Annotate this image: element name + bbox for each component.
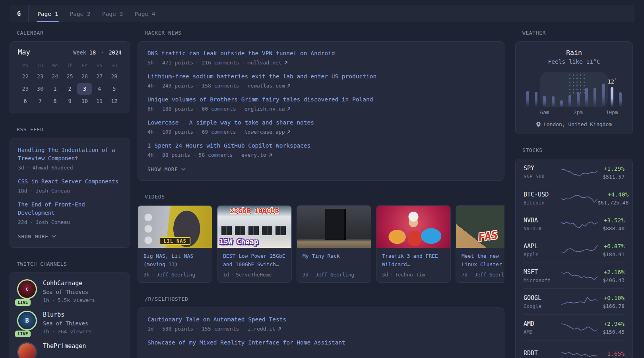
separator-dot: ·: [193, 60, 202, 66]
app-logo[interactable]: G: [10, 5, 29, 22]
reddit-card: Cautionary Tale on Automated Speed Tests…: [138, 307, 504, 358]
video-age: 3d: [382, 272, 388, 278]
stock-row[interactable]: NVDANVIDIA+3.52%$888.40: [524, 211, 625, 237]
reddit-title-link[interactable]: Showcase of my Mixed Reality Interface f…: [147, 339, 495, 347]
calendar-date-today: 3: [77, 83, 92, 95]
hackernews-heading: HACKER NEWS: [145, 30, 504, 36]
stock-row[interactable]: AMDAMD+2.94%$150.45: [524, 314, 625, 340]
post-source-link[interactable]: lowercase.app: [244, 129, 291, 135]
twitch-channel-row[interactable]: BLIVEBlurbsSea of Thieves1h·264 viewers: [17, 311, 122, 335]
external-link-icon: [287, 130, 291, 134]
tab-page-3[interactable]: Page 3: [102, 5, 123, 22]
video-title-link[interactable]: Traefik 3 and FREE Wildcard…: [382, 252, 445, 268]
weather-widget: WEATHER Rain Feels like 11°C 12° 6am2pm1…: [515, 30, 633, 134]
stock-symbol[interactable]: AMD: [524, 320, 560, 327]
post-source-link[interactable]: mullvad.net: [248, 60, 288, 66]
viewer-count: 5.5k viewers: [58, 297, 95, 303]
hackernews-title-link[interactable]: I Spent 24 Hours with GitHub Copilot Wor…: [147, 142, 495, 150]
stock-change-percent: +0.10%: [604, 295, 625, 301]
post-source-link[interactable]: every.to: [241, 152, 272, 158]
reddit-list: Cautionary Tale on Automated Speed Tests…: [147, 315, 495, 347]
twitch-channel-name[interactable]: Blurbs: [43, 311, 92, 318]
stock-symbol[interactable]: AAPL: [524, 243, 560, 250]
video-title-link[interactable]: Big NAS, Lil NAS (moving 13): [144, 252, 206, 268]
stock-row[interactable]: BTC-USDBitcoin+4.40%$61,725.48: [524, 185, 625, 211]
post-comments: 158 comments: [202, 83, 239, 89]
rss-title-link[interactable]: Handling The Indentation of a Treeview C…: [18, 146, 122, 163]
hackernews-title-link[interactable]: Lithium-free sodium batteries exit the l…: [147, 72, 495, 81]
post-source-link[interactable]: i.redd.it: [248, 326, 281, 332]
post-source-link[interactable]: english.nv.ua: [244, 106, 291, 112]
external-link-icon: [277, 327, 281, 331]
hackernews-title-link[interactable]: Lowercase – A simple way to take and sha…: [147, 119, 495, 127]
separator-dot: ·: [193, 83, 202, 89]
stock-info: GOOGLGoogle: [524, 294, 560, 309]
video-thumbnail[interactable]: 25GbE 100GbE15W Cheap: [217, 206, 291, 248]
video-thumbnail[interactable]: [297, 206, 371, 248]
video-thumbnail[interactable]: LIL NAS: [138, 206, 212, 248]
video-title-link[interactable]: BEST Low Power 25GbE and 100GbE Switch…: [223, 252, 286, 268]
stock-row[interactable]: RDDT-1.65%: [524, 340, 625, 358]
stock-symbol[interactable]: SPY: [524, 165, 560, 172]
stock-change-percent: +2.16%: [604, 269, 625, 275]
reddit-heading: /R/SELFHOSTED: [145, 296, 504, 302]
reddit-title-link[interactable]: Cautionary Tale on Automated Speed Tests: [147, 315, 495, 324]
rss-item-author: Josh Comeau: [36, 219, 70, 225]
week-number: 18: [89, 49, 96, 56]
twitch-channel-name[interactable]: CohhCarnage: [43, 280, 95, 287]
reddit-item: Cautionary Tale on Automated Speed Tests…: [147, 315, 495, 332]
twitch-channel-name[interactable]: ThePrimeagen: [43, 342, 86, 350]
stock-symbol[interactable]: GOOGL: [524, 294, 560, 302]
stock-sparkline: [561, 243, 597, 257]
stock-symbol[interactable]: NVDA: [524, 217, 560, 224]
reddit-item-meta: 1d·538 points·155 comments·i.redd.it: [147, 326, 495, 332]
separator-dot: ·: [239, 83, 247, 89]
calendar-date: 10: [77, 95, 92, 107]
stock-values: +2.94%$150.45: [603, 320, 625, 335]
rss-title-link[interactable]: The End of Front-End Development: [18, 200, 122, 217]
calendar-date: 24: [48, 70, 62, 83]
stocks-widget: STOCKS SPYS&P 500+1.29%$511.57BTC-USDBit…: [515, 147, 633, 358]
hackernews-item-meta: 4h·243 points·158 comments·newatlas.com: [147, 83, 495, 89]
tab-page-1[interactable]: Page 1: [37, 5, 58, 22]
tab-page-2[interactable]: Page 2: [70, 5, 90, 22]
twitch-channel-row[interactable]: CLIVECohhCarnageSea of Thieves1h·5.5k vi…: [17, 279, 122, 303]
video-title-link[interactable]: Meet the new Linux Cluster: [462, 252, 504, 268]
stock-symbol[interactable]: MSFT: [524, 268, 560, 276]
weather-bar-slot: [582, 72, 591, 107]
avatar: B: [17, 311, 37, 331]
stock-row[interactable]: SPYS&P 500+1.29%$511.57: [524, 159, 625, 185]
calendar-day-header: Th: [62, 61, 77, 70]
video-thumbnail[interactable]: FAS: [456, 206, 504, 248]
weather-bar-slot: [574, 72, 582, 107]
separator-dot: ·: [236, 129, 244, 135]
stock-company-name: S&P 500: [524, 173, 560, 179]
hackernews-title-link[interactable]: Unique volumes of Brothers Grimm fairy t…: [147, 95, 495, 104]
hn-show-more-button[interactable]: SHOW MORE: [147, 165, 495, 175]
tab-page-4[interactable]: Page 4: [134, 5, 155, 22]
video-title-link[interactable]: My Tiny Rack: [303, 252, 365, 268]
rss-item: Handling The Indentation of a Treeview C…: [18, 146, 122, 171]
stock-symbol[interactable]: BTC-USD: [524, 191, 560, 198]
temperature-bar: [568, 95, 571, 107]
rss-list: Handling The Indentation of a Treeview C…: [18, 146, 122, 225]
stock-info: SPYS&P 500: [524, 165, 560, 179]
stream-uptime: 1h: [43, 297, 49, 303]
stock-row[interactable]: AAPLApple+6.87%$184.91: [524, 237, 625, 263]
rss-show-more-button[interactable]: SHOW MORE: [18, 232, 122, 242]
rss-title-link[interactable]: CSS in React Server Components: [18, 177, 122, 186]
hackernews-title-link[interactable]: DNS traffic can leak outside the VPN tun…: [147, 49, 495, 58]
video-thumbnail[interactable]: [376, 206, 450, 248]
stock-sparkline: [561, 165, 597, 179]
stock-row[interactable]: GOOGLGoogle+0.10%$166.78: [524, 288, 625, 314]
twitch-card: CLIVECohhCarnageSea of Thieves1h·5.5k vi…: [10, 272, 130, 358]
video-channel: Jeff Geerling: [156, 272, 195, 278]
stock-company-name: NVIDIA: [524, 226, 560, 232]
weather-bar-slot: [540, 72, 549, 107]
stock-row[interactable]: MSFTMicrosoft+2.16%$406.43: [524, 263, 625, 288]
stock-values: +1.29%$511.57: [603, 165, 625, 180]
week-label: Week: [73, 49, 86, 56]
stock-symbol[interactable]: RDDT: [524, 350, 560, 357]
twitch-channel-row[interactable]: ThePrimeagen: [17, 342, 122, 358]
post-source-link[interactable]: newatlas.com: [248, 83, 291, 89]
